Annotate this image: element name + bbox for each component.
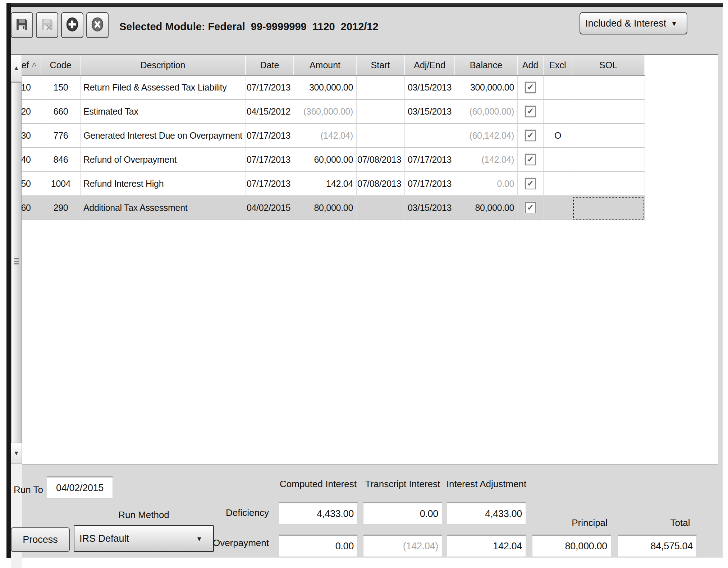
run-to-input[interactable]: 04/02/2015 [47, 476, 113, 499]
cell-amount[interactable]: 300,000.00 [294, 76, 357, 100]
cell-code[interactable]: 150 [41, 76, 81, 100]
cell-start[interactable] [357, 124, 405, 148]
cell-balance[interactable]: (60,142.04) [455, 124, 518, 148]
cell-code[interactable]: 290 [41, 196, 81, 220]
delete-row-button[interactable] [86, 12, 109, 38]
column-header-sol[interactable]: SOL [572, 55, 645, 75]
cell-amount[interactable]: 60,000.00 [294, 148, 357, 172]
deficiency-adjustment-field[interactable]: 4,433.00 [447, 502, 526, 525]
cell-date[interactable]: 04/02/2015 [246, 196, 294, 220]
cell-amount[interactable]: (360,000.00) [294, 100, 357, 124]
cell-start[interactable]: 07/08/2013 [357, 148, 405, 172]
cell-description[interactable]: Refund of Overpayment [81, 148, 246, 172]
table-row[interactable]: 30 776 Generated Interest Due on Overpay… [11, 124, 718, 148]
cell-excl[interactable]: O [544, 124, 572, 148]
cell-excl[interactable] [544, 172, 572, 196]
cell-sol[interactable] [572, 196, 645, 220]
cell-description[interactable]: Return Filed & Assessed Tax Liability [81, 76, 246, 100]
cell-amount[interactable]: 142.04 [294, 172, 357, 196]
cell-date[interactable]: 07/17/2013 [246, 172, 294, 196]
cell-balance[interactable]: 0.00 [455, 172, 518, 196]
cell-amount[interactable]: 80,000.00 [294, 196, 357, 220]
principal-field[interactable]: 80,000.00 [532, 535, 611, 557]
total-field[interactable]: 84,575.04 [618, 535, 697, 557]
table-row[interactable]: 60 290 Additional Tax Assessment 04/02/2… [11, 196, 718, 220]
cell-date[interactable]: 07/17/2013 [246, 148, 294, 172]
table-row[interactable]: 20 660 Estimated Tax 04/15/2012 (360,000… [11, 100, 718, 124]
add-row-button[interactable] [61, 12, 83, 38]
cell-adj-end[interactable]: 07/17/2013 [405, 148, 455, 172]
cell-balance[interactable]: (142.04) [455, 148, 518, 172]
cell-balance[interactable]: 300,000.00 [455, 76, 518, 100]
column-header-adj-end[interactable]: Adj/End [405, 55, 455, 75]
selected-module-value: Federal 99-9999999 1120 2012/12 [205, 20, 379, 33]
window-frame-top [6, 3, 723, 7]
cell-adj-end[interactable]: 03/15/2013 [405, 76, 455, 100]
cell-start[interactable] [357, 100, 405, 124]
table-row[interactable]: 40 846 Refund of Overpayment 07/17/2013 … [11, 148, 718, 172]
cell-balance[interactable]: 80,000.00 [455, 196, 518, 220]
cell-sol[interactable] [572, 148, 645, 172]
cell-adj-end[interactable]: 03/15/2013 [405, 196, 455, 220]
cell-amount[interactable]: (142.04) [294, 124, 357, 148]
overpayment-computed-field[interactable]: 0.00 [279, 535, 358, 557]
cell-description[interactable]: Generated Interest Due on Overpayment [81, 124, 246, 148]
cell-excl[interactable] [544, 100, 572, 124]
column-header-balance[interactable]: Balance [455, 55, 518, 75]
save-cancel-button[interactable] [36, 12, 58, 38]
cell-date[interactable]: 07/17/2013 [246, 76, 294, 100]
column-header-excl[interactable]: Excl [544, 55, 572, 75]
scrollbar-grip-icon [14, 258, 19, 266]
add-checkbox[interactable]: ✓ [525, 178, 536, 189]
cell-excl[interactable] [544, 76, 572, 100]
cell-description[interactable]: Refund Interest High [81, 172, 246, 196]
scroll-up-button[interactable]: ▲ [11, 55, 22, 82]
cell-start[interactable] [357, 196, 405, 220]
deficiency-transcript-field[interactable]: 0.00 [363, 502, 442, 525]
cell-date[interactable]: 07/17/2013 [246, 124, 294, 148]
view-filter-dropdown[interactable]: Included & Interest ▼ [580, 12, 687, 34]
save-button[interactable] [11, 12, 33, 38]
cell-code[interactable]: 660 [41, 100, 81, 124]
cell-start[interactable]: 07/08/2013 [357, 172, 405, 196]
column-header-code[interactable]: Code [41, 55, 81, 75]
scrollbar-thumb[interactable] [11, 82, 22, 443]
cell-balance[interactable]: (60,000.00) [455, 100, 518, 124]
scroll-down-button[interactable]: ▼ [11, 443, 22, 464]
cell-start[interactable] [357, 76, 405, 100]
cell-adj-end[interactable]: 03/15/2013 [405, 100, 455, 124]
process-button[interactable]: Process [11, 527, 70, 552]
column-header-date[interactable]: Date [246, 55, 294, 75]
view-filter-value: Included & Interest [585, 18, 666, 29]
add-checkbox[interactable]: ✓ [525, 154, 536, 165]
table-header-row: Ref △ Code Description Date Amount Start… [11, 55, 645, 76]
add-checkbox[interactable]: ✓ [525, 106, 536, 117]
cell-sol[interactable] [572, 124, 645, 148]
cell-adj-end[interactable] [405, 124, 455, 148]
column-header-add[interactable]: Add [518, 55, 544, 75]
table-row[interactable]: 50 1004 Refund Interest High 07/17/2013 … [11, 172, 718, 196]
add-checkbox[interactable]: ✓ [525, 130, 536, 141]
column-header-description[interactable]: Description [81, 55, 246, 75]
cell-sol[interactable] [572, 76, 645, 100]
cell-description[interactable]: Additional Tax Assessment [81, 196, 246, 220]
cell-code[interactable]: 846 [41, 148, 81, 172]
cell-excl[interactable] [544, 196, 572, 220]
add-checkbox[interactable]: ✓ [525, 202, 536, 213]
cell-adj-end[interactable]: 07/17/2013 [405, 172, 455, 196]
vertical-scrollbar[interactable]: ▲ ▼ [11, 220, 22, 568]
cell-date[interactable]: 04/15/2012 [246, 100, 294, 124]
cell-code[interactable]: 776 [41, 124, 81, 148]
column-header-start[interactable]: Start [357, 55, 405, 75]
column-header-amount[interactable]: Amount [294, 55, 357, 75]
cell-description[interactable]: Estimated Tax [81, 100, 246, 124]
cell-sol[interactable] [572, 172, 645, 196]
add-checkbox[interactable]: ✓ [525, 82, 536, 93]
overpayment-adjustment-field[interactable]: 142.04 [447, 535, 526, 557]
table-row[interactable]: 10 150 Return Filed & Assessed Tax Liabi… [11, 76, 718, 100]
cell-code[interactable]: 1004 [41, 172, 81, 196]
cell-sol[interactable] [572, 100, 645, 124]
deficiency-computed-field[interactable]: 4,433.00 [279, 502, 358, 525]
cell-excl[interactable] [544, 148, 572, 172]
overpayment-transcript-field[interactable]: (142.04) [363, 535, 442, 557]
